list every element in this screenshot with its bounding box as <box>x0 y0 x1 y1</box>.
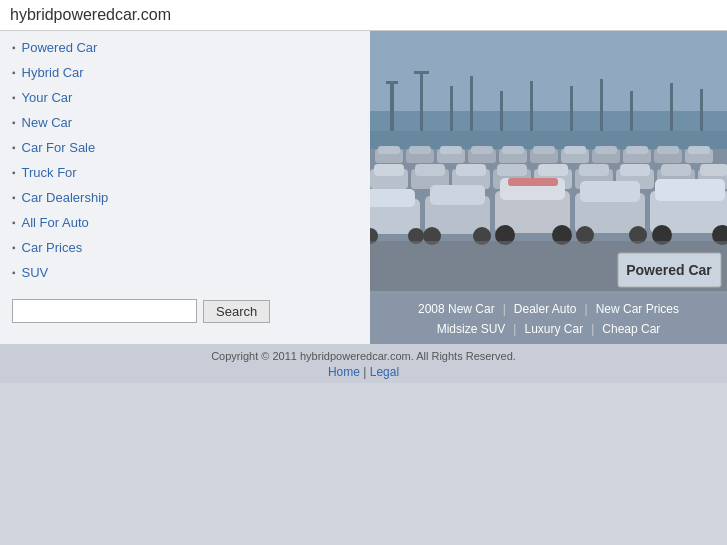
svg-rect-52 <box>620 164 650 176</box>
footer-link-legal[interactable]: Legal <box>370 365 399 379</box>
nav-bullet: ▪ <box>12 192 16 203</box>
nav-label: All For Auto <box>22 215 89 230</box>
search-area: Search <box>0 285 370 337</box>
nav-item-new-car[interactable]: ▪New Car <box>0 110 370 135</box>
svg-rect-13 <box>670 83 673 131</box>
svg-rect-40 <box>374 164 404 176</box>
footer-copyright: Copyright © 2011 hybridpoweredcar.com. A… <box>0 350 727 362</box>
nav-bullet: ▪ <box>12 42 16 53</box>
nav-bullet: ▪ <box>12 117 16 128</box>
link-row-1: 2008 New Car | Dealer Auto | New Car Pri… <box>370 299 727 319</box>
svg-rect-54 <box>661 164 691 176</box>
nav-label: Car Dealership <box>22 190 109 205</box>
svg-rect-42 <box>415 164 445 176</box>
site-title: hybridpoweredcar.com <box>10 6 171 23</box>
nav-item-car-for-sale[interactable]: ▪Car For Sale <box>0 135 370 160</box>
svg-rect-67 <box>508 178 558 186</box>
svg-rect-6 <box>450 86 453 131</box>
svg-rect-22 <box>440 146 462 154</box>
footer-link-home[interactable]: Home <box>328 365 360 379</box>
search-input[interactable] <box>12 299 197 323</box>
nav-item-car-prices[interactable]: ▪Car Prices <box>0 235 370 260</box>
svg-rect-24 <box>471 146 493 154</box>
svg-rect-62 <box>430 185 485 205</box>
nav-label: New Car <box>22 115 73 130</box>
svg-text:Powered Car: Powered Car <box>626 262 712 278</box>
svg-rect-5 <box>414 71 429 74</box>
image-link-new-car-prices[interactable]: New Car Prices <box>588 302 687 316</box>
footer-link-separator: | <box>360 365 370 379</box>
svg-rect-50 <box>579 164 609 176</box>
nav-label: Car Prices <box>22 240 83 255</box>
svg-rect-30 <box>564 146 586 154</box>
svg-rect-9 <box>530 81 533 131</box>
svg-rect-38 <box>688 146 710 154</box>
svg-rect-36 <box>657 146 679 154</box>
svg-rect-58 <box>370 189 415 207</box>
image-link-cheap-car[interactable]: Cheap Car <box>594 322 668 336</box>
svg-rect-26 <box>502 146 524 154</box>
nav-label: Car For Sale <box>22 140 96 155</box>
svg-rect-75 <box>655 179 725 201</box>
image-link-dealer-auto[interactable]: Dealer Auto <box>506 302 585 316</box>
svg-rect-4 <box>420 71 423 131</box>
nav-item-all-for-auto[interactable]: ▪All For Auto <box>0 210 370 235</box>
sidebar: ▪Powered Car▪Hybrid Car▪Your Car▪New Car… <box>0 31 370 344</box>
svg-rect-18 <box>378 146 400 154</box>
svg-rect-8 <box>500 91 503 131</box>
main-content: ▪Powered Car▪Hybrid Car▪Your Car▪New Car… <box>0 31 727 344</box>
nav-label: Your Car <box>22 90 73 105</box>
nav-bullet: ▪ <box>12 142 16 153</box>
image-link-midsize-suv[interactable]: Midsize SUV <box>429 322 514 336</box>
svg-rect-32 <box>595 146 617 154</box>
nav-label: Hybrid Car <box>22 65 84 80</box>
nav-bullet: ▪ <box>12 267 16 278</box>
nav-label: SUV <box>22 265 49 280</box>
nav-item-truck-for[interactable]: ▪Truck For <box>0 160 370 185</box>
footer-links: Home | Legal <box>0 365 727 379</box>
svg-rect-44 <box>456 164 486 176</box>
image-links: 2008 New Car | Dealer Auto | New Car Pri… <box>370 294 727 344</box>
page-wrapper: hybridpoweredcar.com ▪Powered Car▪Hybrid… <box>0 0 727 383</box>
nav-list: ▪Powered Car▪Hybrid Car▪Your Car▪New Car… <box>0 35 370 285</box>
svg-rect-10 <box>570 86 573 131</box>
link-row-2: Midsize SUV | Luxury Car | Cheap Car <box>370 319 727 339</box>
nav-label: Truck For <box>22 165 77 180</box>
image-panel: Powered Car 2008 New Car | Dealer Auto |… <box>370 31 727 344</box>
nav-bullet: ▪ <box>12 67 16 78</box>
svg-rect-2 <box>390 81 394 131</box>
svg-rect-20 <box>409 146 431 154</box>
header: hybridpoweredcar.com <box>0 0 727 31</box>
search-button[interactable]: Search <box>203 300 270 323</box>
nav-label: Powered Car <box>22 40 98 55</box>
svg-rect-7 <box>470 76 473 131</box>
nav-item-your-car[interactable]: ▪Your Car <box>0 85 370 110</box>
svg-rect-71 <box>580 181 640 202</box>
svg-rect-28 <box>533 146 555 154</box>
nav-bullet: ▪ <box>12 242 16 253</box>
svg-rect-56 <box>700 164 727 176</box>
nav-bullet: ▪ <box>12 217 16 228</box>
nav-item-car-dealership[interactable]: ▪Car Dealership <box>0 185 370 210</box>
image-link-2008-new-car[interactable]: 2008 New Car <box>410 302 503 316</box>
svg-rect-48 <box>538 164 568 176</box>
svg-rect-34 <box>626 146 648 154</box>
svg-rect-46 <box>497 164 527 176</box>
svg-rect-11 <box>600 79 603 131</box>
nav-item-hybrid-car[interactable]: ▪Hybrid Car <box>0 60 370 85</box>
nav-item-powered-car[interactable]: ▪Powered Car <box>0 35 370 60</box>
nav-item-suv[interactable]: ▪SUV <box>0 260 370 285</box>
nav-bullet: ▪ <box>12 167 16 178</box>
image-link-luxury-car[interactable]: Luxury Car <box>516 322 591 336</box>
svg-rect-14 <box>700 89 703 131</box>
svg-rect-3 <box>386 81 398 84</box>
svg-rect-12 <box>630 91 633 131</box>
footer: Copyright © 2011 hybridpoweredcar.com. A… <box>0 344 727 383</box>
nav-bullet: ▪ <box>12 92 16 103</box>
car-lot-image: Powered Car <box>370 31 727 291</box>
